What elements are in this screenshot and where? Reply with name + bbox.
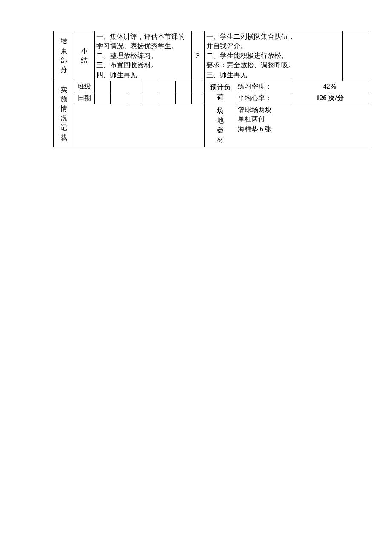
section-ending-label: 结束部分 [54, 31, 74, 81]
hr-value: 126 次/分 [291, 92, 369, 104]
date-cell-3 [127, 92, 143, 104]
date-cell-2 [111, 92, 127, 104]
summary-label: 小结 [74, 31, 95, 81]
lesson-plan-table: 结束部分 小结 一、集体讲评，评估本节课的学习情况、表扬优秀学生。二、整理放松练… [53, 31, 369, 147]
class-cell-4 [143, 81, 159, 92]
venue-content: 篮球场两块单杠两付海棉垫 6 张 [236, 104, 369, 147]
class-cell-6 [176, 81, 192, 92]
ending-time: 3 [192, 31, 205, 81]
ending-requirements-text: 一、学生二列横队集合队伍，并自我评介。二、学生能积极进行放松。要求：完全放松、调… [206, 32, 340, 80]
class-cell-2 [111, 81, 127, 92]
density-value: 42% [291, 81, 369, 92]
lesson-plan-table-wrap: 结束部分 小结 一、集体讲评，评估本节课的学习情况、表扬优秀学生。二、整理放松练… [53, 31, 369, 147]
class-cell-3 [127, 81, 143, 92]
load-label: 预计负荷 [205, 81, 236, 104]
implementation-blank [74, 104, 205, 147]
class-cell-7 [192, 81, 205, 92]
venue-content-text: 篮球场两块单杠两付海棉垫 6 张 [238, 105, 367, 134]
ending-requirements: 一、学生二列横队集合队伍，并自我评介。二、学生能积极进行放松。要求：完全放松、调… [205, 31, 343, 81]
ending-content: 一、集体讲评，评估本节课的学习情况、表扬优秀学生。二、整理放松练习。三、布置回收… [95, 31, 192, 81]
date-cell-4 [143, 92, 159, 104]
class-cell-5 [159, 81, 176, 92]
page: 结束部分 小结 一、集体讲评，评估本节课的学习情况、表扬优秀学生。二、整理放松练… [0, 0, 392, 554]
load-label-text: 预计负荷 [210, 84, 231, 100]
implementation-label: 实施情况记载 [54, 81, 74, 147]
venue-label: 场地器材 [205, 104, 236, 147]
date-cell-6 [176, 92, 192, 104]
date-cell-5 [159, 92, 176, 104]
ending-content-text: 一、集体讲评，评估本节课的学习情况、表扬优秀学生。二、整理放松练习。三、布置回收… [96, 32, 190, 80]
venue-label-text: 场地器材 [217, 107, 224, 143]
class-cell-1 [95, 81, 111, 92]
date-cell-7 [192, 92, 205, 104]
class-label: 班级 [74, 81, 95, 92]
density-label: 练习密度： [236, 81, 291, 92]
hr-label: 平均心率： [236, 92, 291, 104]
ending-blank [343, 31, 369, 81]
date-cell-1 [95, 92, 111, 104]
date-label: 日期 [74, 92, 95, 104]
